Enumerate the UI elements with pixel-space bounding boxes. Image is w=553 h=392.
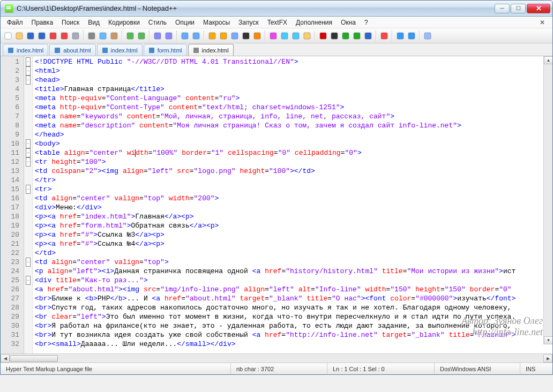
- doc-map-button[interactable]: [279, 31, 290, 41]
- macro-stop-button[interactable]: [329, 31, 340, 41]
- indent-button[interactable]: [406, 31, 417, 41]
- editor-area[interactable]: 1234567891011121314151617181920212223242…: [1, 56, 552, 353]
- fold-toggle-icon[interactable]: −: [26, 66, 31, 76]
- file-tab[interactable]: about.html: [49, 44, 95, 56]
- all-chars-button[interactable]: [241, 31, 251, 41]
- toolbar-separator: [176, 31, 177, 41]
- fold-toggle-icon[interactable]: −: [26, 276, 31, 285]
- redo-button[interactable]: [136, 31, 147, 41]
- status-encoding: Dos\Windows ANSI: [435, 363, 520, 374]
- toolbar-separator: [392, 31, 393, 41]
- minimize-button[interactable]: ─: [495, 4, 510, 13]
- toolbar-separator: [419, 31, 420, 41]
- folder-button[interactable]: [302, 31, 312, 41]
- sync-h-button[interactable]: [218, 31, 229, 41]
- func-list-button[interactable]: [290, 31, 301, 41]
- svg-rect-4: [50, 33, 56, 39]
- menu-textfx[interactable]: TextFX: [263, 18, 292, 27]
- horizontal-scrollbar[interactable]: ◀▶: [1, 353, 552, 363]
- fold-toggle-icon[interactable]: −: [26, 148, 31, 157]
- file-tab-label: index.html: [17, 47, 43, 54]
- print-button[interactable]: [70, 31, 81, 41]
- svg-rect-14: [182, 33, 188, 39]
- menu-запуск[interactable]: Запуск: [234, 18, 263, 27]
- menu-дополнения[interactable]: Дополнения: [292, 18, 337, 27]
- menu-макросы[interactable]: Макросы: [199, 18, 234, 27]
- copy-button[interactable]: [98, 31, 108, 41]
- paste-button[interactable]: [109, 31, 119, 41]
- zoom-in-button[interactable]: [180, 31, 190, 41]
- menu-файл[interactable]: Файл: [3, 18, 27, 27]
- macro-play-button[interactable]: [340, 31, 351, 41]
- menu-?[interactable]: ?: [360, 18, 372, 27]
- svg-rect-22: [281, 33, 288, 39]
- macro-play-multi-button[interactable]: [352, 31, 362, 41]
- menubar: ФайлПравкаПоискВидКодировкиСтильОпцииМак…: [1, 17, 552, 28]
- file-tabbar: index.htmlabout.htmlindex.htmlform.htmli…: [1, 43, 552, 56]
- file-tab[interactable]: form.html: [144, 44, 187, 56]
- macro-save-button[interactable]: [363, 31, 373, 41]
- sync-v-button[interactable]: [207, 31, 218, 41]
- svg-rect-10: [127, 33, 133, 39]
- svg-rect-21: [270, 33, 276, 39]
- macro-rec-button[interactable]: [318, 31, 328, 41]
- replace-button[interactable]: [163, 31, 174, 41]
- fold-toggle-icon[interactable]: −: [26, 76, 31, 85]
- file-tab[interactable]: index.html: [97, 44, 143, 56]
- titlebar[interactable]: C:\Users\1\Desktop\Frames\index.html - N…: [1, 1, 552, 17]
- menu-правка[interactable]: Правка: [27, 18, 58, 27]
- fold-toggle-icon[interactable]: −: [26, 139, 31, 148]
- toolbar-separator: [204, 31, 205, 41]
- menu-вид[interactable]: Вид: [84, 18, 104, 27]
- save-file-button[interactable]: [25, 31, 36, 41]
- menu-стиль[interactable]: Стиль: [144, 18, 171, 27]
- close-button[interactable]: ✕: [527, 4, 550, 13]
- find-button[interactable]: [152, 31, 163, 41]
- menu-поиск[interactable]: Поиск: [57, 18, 84, 27]
- lang-udl-button[interactable]: [268, 31, 279, 41]
- file-tab-label: about.html: [63, 47, 91, 54]
- new-file-button[interactable]: [3, 31, 13, 41]
- mdi-close-icon[interactable]: ✕: [534, 18, 550, 27]
- svg-rect-30: [381, 33, 387, 39]
- fold-gutter[interactable]: −−−−−−−−−: [24, 56, 33, 353]
- undo-button[interactable]: [125, 31, 136, 41]
- menu-опции[interactable]: Опции: [171, 18, 199, 27]
- wrap-button[interactable]: [229, 31, 240, 41]
- fold-toggle-icon[interactable]: −: [26, 157, 31, 167]
- code-view[interactable]: <!DOCTYPE HTML Public "-//W3C//DTD HTML …: [33, 56, 552, 353]
- window-title: C:\Users\1\Desktop\Frames\index.html - N…: [17, 4, 495, 12]
- svg-rect-26: [331, 33, 338, 39]
- clipboard-hist-button[interactable]: [422, 31, 433, 41]
- cut-button[interactable]: [86, 31, 97, 41]
- svg-rect-15: [193, 33, 199, 39]
- svg-rect-16: [209, 33, 215, 39]
- outdent-button[interactable]: [395, 31, 406, 41]
- svg-rect-17: [220, 33, 227, 39]
- status-insert-mode: INS: [520, 363, 552, 374]
- svg-rect-6: [72, 33, 79, 39]
- maximize-button[interactable]: ☐: [511, 4, 526, 13]
- open-file-button[interactable]: [14, 31, 25, 41]
- toggle-ff-button[interactable]: [379, 31, 390, 41]
- file-tab-label: index.html: [202, 47, 229, 54]
- statusbar: Hyper Text Markup Language file nb char …: [1, 363, 552, 374]
- close-all-button[interactable]: [59, 31, 70, 41]
- svg-rect-37: [149, 48, 154, 53]
- menu-кодировки[interactable]: Кодировки: [104, 18, 144, 27]
- fold-toggle-icon[interactable]: −: [26, 57, 31, 66]
- svg-rect-19: [243, 33, 249, 39]
- fold-toggle-icon[interactable]: −: [26, 185, 31, 194]
- zoom-out-button[interactable]: [191, 31, 201, 41]
- svg-rect-32: [408, 33, 415, 39]
- menu-окна[interactable]: Окна: [337, 18, 360, 27]
- svg-rect-7: [88, 33, 95, 39]
- file-tab[interactable]: index.html: [188, 44, 234, 56]
- save-all-button[interactable]: [36, 31, 47, 41]
- svg-rect-23: [293, 33, 299, 39]
- fold-toggle-icon[interactable]: −: [26, 258, 31, 267]
- close-file-button[interactable]: [48, 31, 58, 41]
- vertical-scrollbar[interactable]: ▲▼: [543, 56, 552, 344]
- file-tab[interactable]: index.html: [3, 44, 48, 56]
- indent-guide-button[interactable]: [252, 31, 263, 41]
